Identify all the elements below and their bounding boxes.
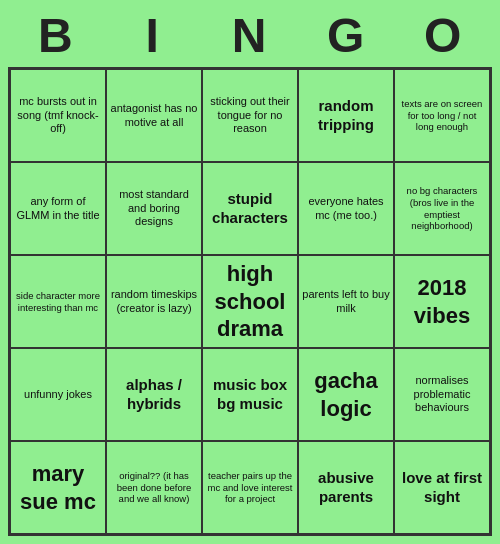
title-letter-O: O (395, 8, 492, 63)
cell-text-3: random tripping (302, 97, 390, 135)
bingo-cell-7: stupid characters (202, 162, 298, 255)
cell-text-8: everyone hates mc (me too.) (302, 195, 390, 223)
bingo-cell-3: random tripping (298, 69, 394, 162)
cell-text-23: abusive parents (302, 469, 390, 507)
bingo-cell-24: love at first sight (394, 441, 490, 534)
bingo-cell-13: parents left to buy milk (298, 255, 394, 348)
bingo-cell-11: random timeskips (creator is lazy) (106, 255, 202, 348)
bingo-cell-8: everyone hates mc (me too.) (298, 162, 394, 255)
cell-text-4: texts are on screen for too long / not l… (398, 98, 486, 134)
cell-text-17: music box bg music (206, 376, 294, 414)
cell-text-11: random timeskips (creator is lazy) (110, 288, 198, 316)
cell-text-24: love at first sight (398, 469, 486, 507)
cell-text-22: teacher pairs up the mc and love interes… (206, 470, 294, 506)
bingo-title: BINGO (8, 8, 492, 63)
bingo-cell-14: 2018 vibes (394, 255, 490, 348)
bingo-cell-22: teacher pairs up the mc and love interes… (202, 441, 298, 534)
cell-text-13: parents left to buy milk (302, 288, 390, 316)
cell-text-16: alphas / hybrids (110, 376, 198, 414)
bingo-cell-9: no bg characters (bros live in the empti… (394, 162, 490, 255)
bingo-cell-10: side character more interesting than mc (10, 255, 106, 348)
bingo-cell-0: mc bursts out in song (tmf knock-off) (10, 69, 106, 162)
cell-text-0: mc bursts out in song (tmf knock-off) (14, 95, 102, 136)
cell-text-20: mary sue mc (14, 460, 102, 515)
bingo-cell-21: original?? (it has been done before and … (106, 441, 202, 534)
bingo-cell-12: high school drama (202, 255, 298, 348)
bingo-cell-18: gacha logic (298, 348, 394, 441)
bingo-cell-2: sticking out their tongue for no reason (202, 69, 298, 162)
cell-text-10: side character more interesting than mc (14, 290, 102, 314)
bingo-cell-23: abusive parents (298, 441, 394, 534)
bingo-cell-5: any form of GLMM in the title (10, 162, 106, 255)
cell-text-14: 2018 vibes (398, 274, 486, 329)
title-letter-B: B (8, 8, 105, 63)
cell-text-12: high school drama (206, 260, 294, 343)
bingo-cell-6: most standard and boring designs (106, 162, 202, 255)
bingo-cell-1: antagonist has no motive at all (106, 69, 202, 162)
cell-text-9: no bg characters (bros live in the empti… (398, 185, 486, 233)
title-letter-N: N (202, 8, 299, 63)
bingo-cell-17: music box bg music (202, 348, 298, 441)
cell-text-2: sticking out their tongue for no reason (206, 95, 294, 136)
cell-text-7: stupid characters (206, 190, 294, 228)
cell-text-18: gacha logic (302, 367, 390, 422)
cell-text-1: antagonist has no motive at all (110, 102, 198, 130)
bingo-grid: mc bursts out in song (tmf knock-off)ant… (8, 67, 492, 536)
cell-text-21: original?? (it has been done before and … (110, 470, 198, 506)
cell-text-5: any form of GLMM in the title (14, 195, 102, 223)
cell-text-19: normalises problematic behaviours (398, 374, 486, 415)
bingo-cell-20: mary sue mc (10, 441, 106, 534)
bingo-cell-16: alphas / hybrids (106, 348, 202, 441)
bingo-cell-4: texts are on screen for too long / not l… (394, 69, 490, 162)
cell-text-15: unfunny jokes (24, 388, 92, 402)
title-letter-G: G (298, 8, 395, 63)
bingo-cell-15: unfunny jokes (10, 348, 106, 441)
cell-text-6: most standard and boring designs (110, 188, 198, 229)
title-letter-I: I (105, 8, 202, 63)
bingo-cell-19: normalises problematic behaviours (394, 348, 490, 441)
